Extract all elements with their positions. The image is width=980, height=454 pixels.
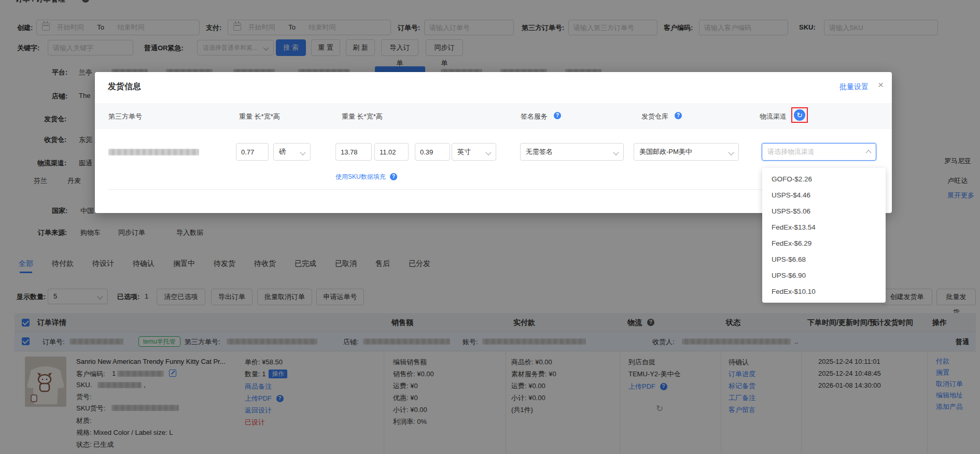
weight-unit-select[interactable]: 磅 — [273, 143, 311, 161]
modal-col-channel: 物流渠道 — [760, 112, 787, 121]
warehouse-help-icon[interactable]: ? — [675, 112, 682, 119]
channel-option-ups-690[interactable]: UPS-$6.90 — [762, 267, 886, 283]
channel-select[interactable]: 请选择物流渠道 — [762, 143, 876, 161]
use-sku-data-link[interactable]: 使用SKU数据填充 — [335, 173, 386, 180]
warehouse-select[interactable]: 美国邮政-PM美中 — [634, 143, 739, 161]
modal-col-weight-dims-2: 重量 长*宽*高 — [342, 112, 383, 121]
chevron-down-icon — [613, 149, 619, 155]
signature-select[interactable]: 无需签名 — [520, 143, 624, 161]
height-input[interactable] — [415, 143, 450, 161]
channel-option-gofo[interactable]: GOFO-$2.26 — [762, 171, 886, 187]
signature-value: 无需签名 — [526, 148, 553, 155]
weight-input[interactable] — [236, 143, 269, 161]
channel-option-fedex-629[interactable]: FedEx-$6.29 — [762, 235, 886, 251]
channel-placeholder: 请选择物流渠道 — [767, 148, 815, 155]
modal-title: 发货信息 — [108, 81, 141, 92]
close-icon[interactable]: × — [878, 79, 884, 91]
modal-col-weight-dims-1: 重量 长*宽*高 — [239, 112, 280, 121]
dim-unit-value: 英寸 — [457, 148, 471, 155]
modal-col-third-party: 第三方单号 — [108, 112, 142, 121]
channel-option-usps-506[interactable]: USPS-$5.06 — [762, 203, 886, 219]
length-input[interactable] — [335, 143, 372, 161]
width-input[interactable] — [374, 143, 409, 161]
warehouse-value: 美国邮政-PM美中 — [639, 148, 692, 155]
refresh-icon[interactable]: ↻ — [794, 109, 805, 121]
chevron-up-icon — [865, 150, 871, 155]
channel-refresh-highlight-box: ↻ — [791, 107, 808, 123]
weight-unit-value: 磅 — [279, 148, 286, 155]
chevron-down-icon — [728, 149, 734, 155]
channel-option-fedex-1354[interactable]: FedEx-$13.54 — [762, 219, 886, 235]
channel-option-fedex-1010[interactable]: FedEx-$10.10 — [762, 283, 886, 300]
signature-help-icon[interactable]: ? — [554, 112, 561, 119]
channel-option-ups-668[interactable]: UPS-$6.68 — [762, 251, 886, 267]
batch-setting-link[interactable]: 批量设置 — [839, 82, 869, 92]
redacted-tracking-no — [108, 149, 199, 155]
question-icon[interactable]: ? — [390, 173, 397, 180]
chevron-down-icon — [300, 149, 305, 155]
modal-col-signature: 签名服务 — [521, 112, 548, 121]
dim-unit-select[interactable]: 英寸 — [452, 143, 496, 161]
chevron-down-icon — [485, 149, 491, 155]
channel-option-usps-446[interactable]: USPS-$4.46 — [762, 187, 886, 203]
sku-fill-row: 使用SKU数据填充 ? — [335, 173, 397, 181]
channel-dropdown: GOFO-$2.26 USPS-$4.46 USPS-$5.06 FedEx-$… — [762, 168, 886, 303]
order-management-page: 订单 / 订单管理 ! 创建: 开始时间 To 结束时间 支付: 开始时间 To… — [0, 0, 980, 454]
modal-col-warehouse: 发货仓库 — [641, 112, 668, 121]
